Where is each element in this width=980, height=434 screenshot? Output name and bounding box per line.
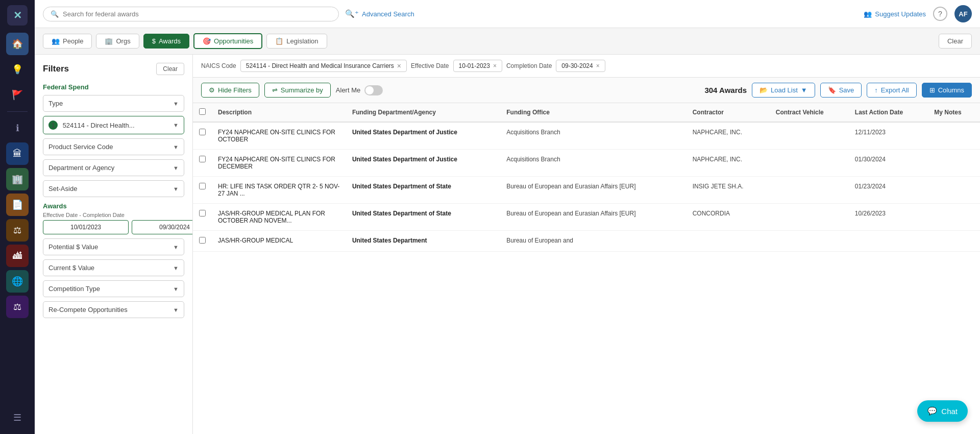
nav-document[interactable]: 📄 [6,194,29,216]
recompete-chevron-icon: ▼ [173,307,179,313]
row-description-3: JAS/HR-GROUP MEDICAL PLAN FOR OCTOBER AN… [212,204,346,231]
alert-toggle-switch[interactable] [364,85,383,95]
naics-filter[interactable]: 1 524114 - Direct Health... ▼ [43,116,184,134]
row-checkbox-cell-2 [193,177,212,204]
eff-date-remove-button[interactable]: × [493,62,497,69]
current-chevron-icon: ▼ [173,265,179,271]
product-service-code-filter[interactable]: Product Service Code ▼ [43,138,184,155]
row-checkbox-0[interactable] [199,129,206,135]
nav-info[interactable]: ℹ [6,117,29,139]
set-aside-chevron-icon: ▼ [173,186,179,192]
row-checkbox-1[interactable] [199,156,206,162]
app-logo[interactable]: ✕ [7,5,28,26]
current-value-filter[interactable]: Current $ Value ▼ [43,259,184,276]
table-row: FY24 NAPHCARE ON-SITE CLINICS FOR OCTOBE… [193,122,980,150]
summarize-icon: ⇌ [272,86,278,94]
nav-building[interactable]: 🏢 [6,168,29,190]
row-notes-0 [928,122,980,150]
row-office-1: Acquisitions Branch [500,150,686,177]
date-row [43,220,184,234]
advanced-search-button[interactable]: 🔍⁺ Advanced Search [345,9,414,18]
suggest-updates-icon: 👥 [864,10,872,18]
awards-section-label: Awards [43,202,184,210]
search-bar[interactable]: 🔍 [43,7,339,21]
people-icon: 👥 [52,37,60,45]
tab-orgs[interactable]: 🏢 Orgs [96,34,139,49]
tab-awards[interactable]: $ Awards [143,34,189,49]
results-count: 304 Awards [704,86,747,94]
type-filter[interactable]: Type ▼ [43,95,184,112]
nav-menu[interactable]: ☰ [6,406,29,429]
tab-bar: 👥 People 🏢 Orgs $ Awards 🎯 Opportunities… [35,28,980,55]
nav-home[interactable]: 🏠 [6,33,29,55]
potential-value-filter[interactable]: Potential $ Value ▼ [43,238,184,255]
save-button[interactable]: 🔖 Save [820,83,862,98]
load-list-chevron-icon: ▼ [801,86,807,94]
competition-type-filter[interactable]: Competition Type ▼ [43,280,184,297]
completion-date-input[interactable] [132,220,193,234]
awards-icon: $ [152,37,156,45]
suggest-updates-button[interactable]: 👥 Suggest Updates [864,10,926,18]
row-date-1: 01/30/2024 [849,150,928,177]
nav-city[interactable]: 🏙 [6,245,29,267]
row-agency-4: United States Department [346,231,500,252]
row-contractor-0: NAPHCARE, INC. [687,122,770,150]
export-all-button[interactable]: ↑ Export All [867,83,916,98]
search-input[interactable] [63,10,331,18]
row-contractor-2: INSIG JETE SH.A. [687,177,770,204]
top-header: 🔍 🔍⁺ Advanced Search 👥 Suggest Updates ?… [35,0,980,28]
nav-flag[interactable]: 🚩 [6,84,29,106]
set-aside-filter[interactable]: Set-Aside ▼ [43,180,184,197]
tab-legislation[interactable]: 📋 Legislation [266,34,327,49]
naics-remove-button[interactable]: × [397,62,401,69]
row-checkbox-3[interactable] [199,210,206,216]
row-contractor-3: CONCORDIA [687,204,770,231]
row-office-2: Bureau of European and Eurasian Affairs … [500,177,686,204]
naics-chip: 524114 - Direct Health and Medical Insur… [240,60,407,72]
load-list-icon: 📂 [760,86,768,94]
hide-filters-button[interactable]: ⚙ Hide Filters [201,83,259,98]
user-avatar[interactable]: AF [954,5,972,22]
comp-date-remove-button[interactable]: × [596,62,600,69]
comp-date-filter-label: Completion Date [506,62,552,69]
nav-gavel[interactable]: ⚖ [6,296,29,318]
filters-panel: Filters Clear Federal Spend Type ▼ 1 524… [35,55,193,434]
legislation-icon: 📋 [275,37,283,45]
row-office-4: Bureau of European and [500,231,686,252]
nav-lightbulb[interactable]: 💡 [6,58,29,81]
active-filters-bar: NAICS Code 524114 - Direct Health and Me… [193,55,980,78]
row-date-2: 01/23/2024 [849,177,928,204]
columns-button[interactable]: ⊞ Columns [922,83,972,98]
eff-date-filter-label: Effective Date [411,62,449,69]
row-office-3: Bureau of European and Eurasian Affairs … [500,204,686,231]
summarize-by-button[interactable]: ⇌ Summarize by [264,83,331,98]
select-all-checkbox[interactable] [199,108,206,115]
row-checkbox-2[interactable] [199,183,206,189]
nav-government[interactable]: 🏛 [6,142,29,165]
clear-filters-button[interactable]: Clear [156,63,184,75]
recompete-filter[interactable]: Re-Compete Opportunities ▼ [43,301,184,318]
row-contractor-4 [687,231,770,252]
department-filter[interactable]: Department or Agency ▼ [43,159,184,176]
row-date-3: 10/26/2023 [849,204,928,231]
row-contractor-1: NAPHCARE, INC. [687,150,770,177]
help-button[interactable]: ? [933,7,947,21]
tab-opportunities[interactable]: 🎯 Opportunities [193,33,262,49]
col-contractor: Contractor [687,103,770,122]
filters-title: Filters [43,64,69,74]
row-vehicle-4 [770,231,849,252]
effective-date-input[interactable] [43,220,129,234]
chat-button[interactable]: 💬 Chat [917,400,968,422]
nav-globe[interactable]: 🌐 [6,270,29,293]
clear-top-button[interactable]: Clear [939,34,972,49]
row-agency-1: United States Department of Justice [346,150,500,177]
load-list-button[interactable]: 📂 Load List ▼ [752,83,815,98]
nav-scale[interactable]: ⚖ [6,219,29,242]
psc-chevron-icon: ▼ [173,144,179,150]
competition-chevron-icon: ▼ [173,286,179,292]
col-vehicle: Contract Vehicle [770,103,849,122]
row-date-0: 12/11/2023 [849,122,928,150]
tab-people[interactable]: 👥 People [43,34,92,49]
results-toolbar: ⚙ Hide Filters ⇌ Summarize by Alert Me 3… [193,78,980,103]
row-checkbox-4[interactable] [199,237,206,244]
